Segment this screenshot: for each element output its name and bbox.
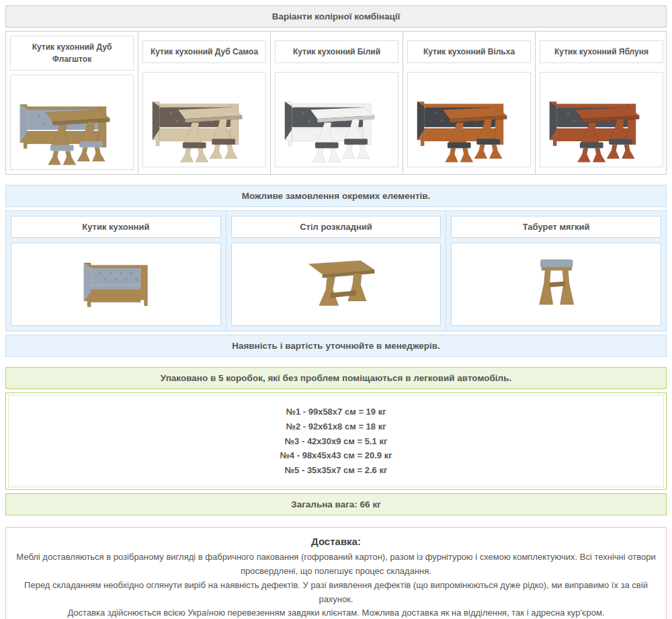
folding-table-image [292, 247, 379, 322]
product-card: Кутик кухонний Білий [271, 32, 403, 174]
product-title-wrap: Кутик кухонний Білий [275, 36, 398, 72]
product-card: Кутик кухонний Дуб Самоа [138, 32, 271, 174]
stool-wood [540, 267, 575, 304]
box-line: №1 - 99х58х7 см = 19 кг [15, 405, 657, 419]
table-wood [309, 261, 375, 306]
product-title: Кутик кухонний Білий [275, 40, 398, 63]
kitchen-set-image [408, 76, 530, 163]
elements-panel: Кутик кухонний [5, 210, 667, 331]
element-image [451, 243, 661, 326]
element-title: Кутик кухонний [11, 216, 221, 238]
product-image [275, 72, 398, 167]
delivery-title: Доставка: [15, 534, 657, 550]
box-line: №4 - 98х45х43 см = 20.9 кг [15, 448, 657, 463]
box-line: №5 - 35х35х7 см = 2.6 кг [15, 463, 657, 478]
product-title: Кутик кухонний Дуб Флагшток [10, 36, 134, 71]
delivery-paragraph: Меблі доставляються в розібраному вигляд… [15, 550, 657, 579]
element-title: Табурет мягкий [451, 216, 661, 238]
product-image [10, 75, 134, 170]
product-title-wrap: Кутик кухонний Дуб Флагшток [10, 36, 134, 75]
elements-footer: Наявність і вартість уточнюйте в менедже… [5, 335, 667, 357]
packaging-footer-total-weight: Загальна вага: 66 кг [5, 493, 667, 515]
product-image [407, 72, 531, 167]
element-image [11, 243, 221, 326]
delivery-section: Доставка: Меблі доставляються в розібран… [5, 527, 667, 619]
packaging-box-list: №1 - 99х58х7 см = 19 кг №2 - 92х61х8 см … [5, 393, 667, 490]
product-title-wrap: Кутик кухонний Вільха [407, 36, 531, 72]
product-card: Кутик кухонний Яблуня [536, 32, 667, 174]
soft-stool-image [524, 247, 588, 322]
element-card-corner-bench: Кутик кухонний [6, 211, 226, 331]
element-card-table: Стіл розкладний [226, 211, 447, 331]
variants-section: Варіанти колірної комбінації Кутик кухон… [5, 5, 667, 175]
variants-header: Варіанти колірної комбінації [5, 5, 667, 28]
product-image [540, 72, 663, 167]
elements-header: Можливе замовлення окремих елементів. [5, 185, 667, 207]
product-image [142, 72, 266, 167]
element-image [231, 243, 442, 326]
product-title: Кутик кухонний Яблуня [540, 40, 663, 63]
variants-table: Кутик кухонний Дуб Флагшток [5, 31, 667, 175]
stool-cushion [540, 259, 573, 267]
kitchen-set-image [276, 76, 398, 163]
packaging-header: Упаковано в 5 коробок, які без проблем п… [5, 367, 667, 389]
delivery-paragraph: Доставка здійснюється всією Україною пер… [15, 606, 657, 619]
delivery-box: Доставка: Меблі доставляються в розібран… [5, 527, 667, 619]
product-title-wrap: Кутик кухонний Яблуня [540, 36, 663, 72]
product-title: Кутик кухонний Дуб Самоа [142, 40, 266, 63]
box-line: №2 - 92х61х8 см = 18 кг [15, 419, 657, 434]
element-title: Стіл розкладний [231, 216, 442, 238]
corner-bench-image [67, 247, 165, 322]
product-card: Кутик кухонний Дуб Флагшток [6, 32, 138, 174]
kitchen-set-image [143, 76, 265, 163]
element-card-stool: Табурет мягкий [446, 211, 666, 331]
packaging-section: Упаковано в 5 коробок, які без проблем п… [5, 367, 667, 515]
product-title: Кутик кухонний Вільха [407, 40, 531, 63]
product-title-wrap: Кутик кухонний Дуб Самоа [142, 36, 266, 72]
delivery-paragraph: Перед складанням необхідно оглянути вирі… [15, 579, 657, 607]
box-line: №3 - 42х30х9 см = 5.1 кг [15, 434, 657, 449]
kitchen-set-image [540, 76, 663, 163]
packaging-box-list-inner: №1 - 99х58х7 см = 19 кг №2 - 92х61х8 см … [8, 395, 664, 487]
product-card: Кутик кухонний Вільха [403, 32, 536, 174]
elements-section: Можливе замовлення окремих елементів. Ку… [5, 185, 667, 357]
kitchen-set-image [11, 79, 133, 166]
